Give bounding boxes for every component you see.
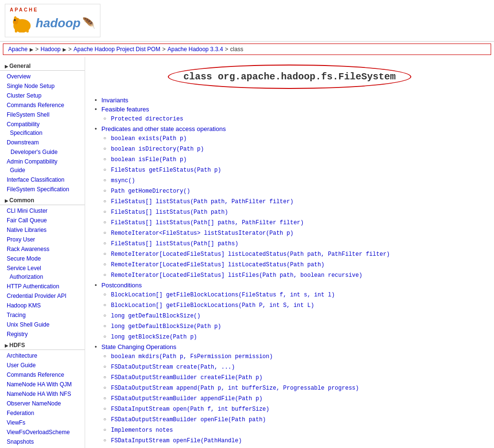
sidebar-item-single-node[interactable]: Single Node Setup bbox=[0, 81, 85, 91]
method-isfile[interactable]: boolean isFile(Path p) bbox=[111, 156, 187, 163]
list-item: FSDataInputStream open(Path f, int buffe… bbox=[101, 404, 484, 414]
sidebar-item-federation[interactable]: Federation bbox=[0, 408, 85, 418]
logo-hadoop-text: hadoop bbox=[36, 16, 81, 31]
sidebar-item-viewfs[interactable]: ViewFs bbox=[0, 418, 85, 427]
method-getdefaultblocksize-1[interactable]: long getDefaultBlockSize() bbox=[111, 313, 200, 319]
feasible-features-link[interactable]: Feasible features bbox=[101, 106, 149, 113]
class-title-section: class org.apache.hadoop.fs.FileSystem bbox=[95, 65, 484, 89]
method-gethomedirectory[interactable]: Path getHomeDirectory() bbox=[111, 188, 190, 195]
sidebar-item-snapshots[interactable]: Snapshots bbox=[0, 437, 85, 447]
sidebar-item-architecture[interactable]: Architecture bbox=[0, 351, 85, 361]
state-changing-link[interactable]: State Changing Operations bbox=[101, 343, 176, 350]
sidebar-item-hadoop-kms[interactable]: Hadoop KMS bbox=[0, 301, 85, 310]
svg-rect-6 bbox=[26, 27, 29, 33]
method-appendfile[interactable]: FSDataOutputStreamBuilder appendFile(Pat… bbox=[111, 395, 263, 402]
list-item-protected-dirs: Protected directories bbox=[101, 114, 484, 123]
sidebar-item-interface-classification[interactable]: Interface Classification bbox=[0, 175, 85, 185]
sidebar-item-namenode-ha-qjm[interactable]: NameNode HA With QJM bbox=[0, 380, 85, 389]
sidebar-item-cli-mini-cluster[interactable]: CLI Mini Cluster bbox=[0, 206, 85, 216]
sidebar-item-secure-mode[interactable]: Secure Mode bbox=[0, 254, 85, 263]
method-createfile[interactable]: FSDataOutputStreamBuilder createFile(Pat… bbox=[111, 374, 263, 381]
list-item: FileStatus[] listStatus(Path[] paths) bbox=[101, 239, 484, 248]
breadcrumb-apache[interactable]: Apache bbox=[8, 46, 28, 53]
method-implementors-notes[interactable]: Implementors notes bbox=[111, 427, 173, 434]
sidebar-item-commands-ref-hdfs[interactable]: Commands Reference bbox=[0, 370, 85, 380]
list-item: BlockLocation[] getFileBlockLocations(Pa… bbox=[101, 300, 484, 310]
main-content: class org.apache.hadoop.fs.FileSystem In… bbox=[85, 57, 494, 448]
sidebar-item-user-guide[interactable]: User Guide bbox=[0, 361, 85, 370]
sidebar-item-native-libraries[interactable]: Native Libraries bbox=[0, 225, 85, 235]
method-liststatus-1[interactable]: FileStatus[] listStatus(Path path, PathF… bbox=[111, 198, 294, 205]
class-title: class org.apache.hadoop.fs.FileSystem bbox=[183, 71, 395, 82]
predicates-link[interactable]: Predicates and other state access operat… bbox=[101, 125, 226, 132]
sidebar-item-proxy-user[interactable]: Proxy User bbox=[0, 235, 85, 244]
sidebar-item-downstream[interactable]: Downstream bbox=[0, 138, 85, 147]
sidebar-item-http-auth[interactable]: HTTP Authentication bbox=[0, 282, 85, 291]
method-create[interactable]: FSDataOutputStream create(Path, ...) bbox=[111, 364, 235, 371]
list-item: RemoteIterator[LocatedFileStatus] listFi… bbox=[101, 270, 484, 280]
sidebar-item-unix-shell[interactable]: Unix Shell Guide bbox=[0, 320, 85, 329]
sidebar-item-fair-call-queue[interactable]: Fair Call Queue bbox=[0, 216, 85, 225]
method-liststatus-3[interactable]: FileStatus[] listStatus(Path[] paths, Pa… bbox=[111, 219, 304, 226]
sidebar-item-filesystem-spec[interactable]: FileSystem Specification bbox=[0, 185, 85, 194]
method-listlocatedstatus-1[interactable]: RemoteIterator[LocatedFileStatus] listLo… bbox=[111, 251, 390, 258]
header: APACHE hadoop 🪶 bbox=[0, 0, 494, 42]
method-getblocksize[interactable]: long getBlockSize(Path p) bbox=[111, 334, 197, 340]
list-item: Implementors notes bbox=[101, 425, 484, 435]
breadcrumb-hadoop[interactable]: Hadoop bbox=[41, 46, 61, 53]
svg-point-8 bbox=[14, 19, 16, 21]
method-isdirectory[interactable]: boolean isDirectory(Path p) bbox=[111, 146, 204, 153]
postconditions-link[interactable]: Postconditions bbox=[101, 282, 142, 289]
sidebar-item-overview[interactable]: Overview bbox=[0, 72, 85, 81]
method-getfilestatus[interactable]: FileStatus getFileStatus(Path p) bbox=[111, 167, 221, 174]
sidebar-item-filesystem-shell[interactable]: FileSystem Shell bbox=[0, 110, 85, 120]
method-listlocatedstatus-2[interactable]: RemoteIterator[LocatedFileStatus] listLo… bbox=[111, 262, 324, 268]
sidebar-item-registry[interactable]: Registry bbox=[0, 329, 85, 339]
list-item: FSDataOutputStreamBuilder createFile(Pat… bbox=[101, 372, 484, 382]
sidebar-item-developers-guide[interactable]: Developer's Guide bbox=[0, 147, 85, 157]
method-getfileblocklocations-2[interactable]: BlockLocation[] getFileBlockLocations(Pa… bbox=[111, 302, 314, 309]
sidebar-item-tracing[interactable]: Tracing bbox=[0, 310, 85, 320]
method-getfileblocklocations-1[interactable]: BlockLocation[] getFileBlockLocations(Fi… bbox=[111, 292, 335, 298]
sidebar-item-namenode-ha-nfs[interactable]: NameNode HA With NFS bbox=[0, 389, 85, 399]
list-item: FileStatus[] listStatus(Path path) bbox=[101, 207, 484, 217]
method-open-1[interactable]: FSDataInputStream open(Path f, int buffe… bbox=[111, 406, 269, 413]
sidebar-item-credential-provider[interactable]: Credential Provider API bbox=[0, 291, 85, 301]
list-item: RemoteIterator[LocatedFileStatus] listLo… bbox=[101, 249, 484, 259]
sidebar-item-service-level[interactable]: Service Level Authorization bbox=[0, 263, 85, 282]
method-mkdirs[interactable]: boolean mkdirs(Path p, FsPermission perm… bbox=[111, 353, 273, 360]
list-item: RemoteIterator[LocatedFileStatus] listLo… bbox=[101, 260, 484, 269]
breadcrumb-project-dist-pom[interactable]: Apache Hadoop Project Dist POM bbox=[74, 46, 160, 53]
logo-box: APACHE hadoop 🪶 bbox=[5, 4, 100, 37]
method-liststatusiterator[interactable]: RemoteIterator<FileStatus> listStatusIte… bbox=[111, 230, 294, 237]
invariants-link[interactable]: Invariants bbox=[101, 97, 128, 104]
sidebar-item-observer-namenode[interactable]: Observer NameNode bbox=[0, 399, 85, 408]
method-exists[interactable]: boolean exists(Path p) bbox=[111, 135, 187, 142]
method-liststatus-4[interactable]: FileStatus[] listStatus(Path[] paths) bbox=[111, 240, 238, 247]
svg-rect-5 bbox=[22, 28, 25, 33]
method-listfiles[interactable]: RemoteIterator[LocatedFileStatus] listFi… bbox=[111, 272, 362, 279]
sidebar-item-compatibility[interactable]: Compatibility Specification bbox=[0, 120, 85, 138]
list-item: long getBlockSize(Path p) bbox=[101, 332, 484, 341]
logo-feather-icon: 🪶 bbox=[82, 17, 95, 30]
content-list: Invariants Feasible features Protected d… bbox=[95, 97, 484, 448]
method-openfile-1[interactable]: FSDataOutputStreamBuilder openFile(Path … bbox=[111, 416, 266, 423]
method-append[interactable]: FSDataOutputStream append(Path p, int bu… bbox=[111, 385, 359, 392]
method-openfile-2[interactable]: FSDataInputStream openFile(PathHandle) bbox=[111, 437, 242, 444]
list-item: boolean isDirectory(Path p) bbox=[101, 144, 484, 153]
sidebar-item-rack-awareness[interactable]: Rack Awareness bbox=[0, 244, 85, 254]
sidebar-item-commands-ref-general[interactable]: Commands Reference bbox=[0, 100, 85, 110]
sidebar-item-admin-compat[interactable]: Admin Compatibility Guide bbox=[0, 157, 85, 175]
breadcrumb-hadoop-334[interactable]: Apache Hadoop 3.3.4 bbox=[167, 46, 223, 53]
sidebar-item-cluster-setup[interactable]: Cluster Setup bbox=[0, 91, 85, 100]
method-liststatus-2[interactable]: FileStatus[] listStatus(Path path) bbox=[111, 209, 228, 216]
layout: General Overview Single Node Setup Clust… bbox=[0, 57, 494, 448]
method-getdefaultblocksize-2[interactable]: long getDefaultBlockSize(Path p) bbox=[111, 323, 221, 330]
method-msync[interactable]: msync() bbox=[111, 177, 135, 184]
protected-directories-link[interactable]: Protected directories bbox=[111, 116, 183, 122]
list-item: msync() bbox=[101, 175, 484, 185]
sidebar-section-hdfs: HDFS bbox=[0, 339, 85, 350]
sidebar-item-viewfs-overload[interactable]: ViewFsOverloadScheme bbox=[0, 427, 85, 437]
svg-rect-3 bbox=[15, 27, 17, 33]
list-item-predicates: Predicates and other state access operat… bbox=[95, 125, 484, 280]
